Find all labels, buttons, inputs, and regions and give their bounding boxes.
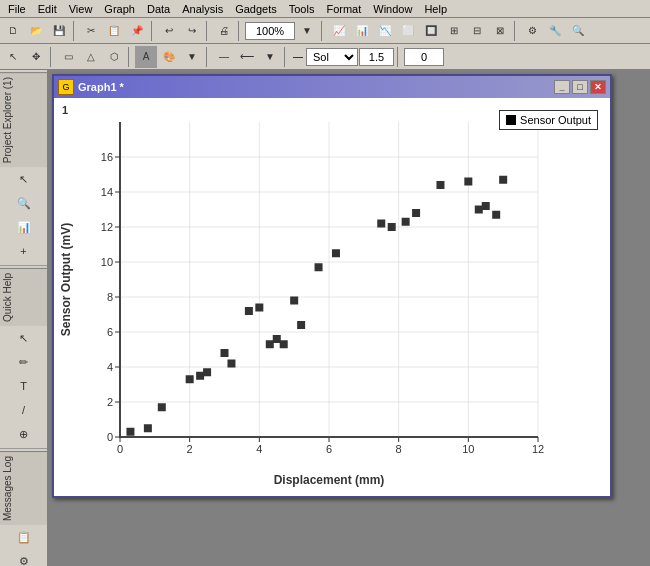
- new-button[interactable]: 🗋: [2, 20, 24, 42]
- print-button[interactable]: 🖨: [213, 20, 235, 42]
- sidebar-plus-icon[interactable]: +: [13, 240, 35, 262]
- sidebar-chart-icon[interactable]: 📊: [13, 216, 35, 238]
- left-sidebar: Project Explorer (1) ↖ 🔍 📊 + Quick Help …: [0, 70, 48, 566]
- sidebar-msg-icon-1[interactable]: 📋: [13, 526, 35, 548]
- sidebar-project-section: Project Explorer (1) ↖ 🔍 📊 +: [0, 70, 47, 266]
- window-buttons: _ □ ✕: [554, 80, 606, 94]
- content-area: G Graph1 * _ □ ✕ 1 Sensor Output: [48, 70, 650, 566]
- menu-file[interactable]: File: [2, 2, 32, 16]
- draw-btn-3[interactable]: ⬡: [103, 46, 125, 68]
- graph-btn-4[interactable]: ⬜: [397, 20, 419, 42]
- graph-btn-2[interactable]: 📊: [351, 20, 373, 42]
- copy-button[interactable]: 📋: [103, 20, 125, 42]
- sidebar-quickhelp-label: Quick Help: [0, 268, 47, 326]
- sep-t2-4: [284, 47, 288, 67]
- zoom-input[interactable]: [245, 22, 295, 40]
- line-width-input[interactable]: [359, 48, 394, 66]
- draw-btn-2[interactable]: △: [80, 46, 102, 68]
- color-btn-3[interactable]: ▼: [181, 46, 203, 68]
- separator-1: [73, 21, 77, 41]
- main-area: Project Explorer (1) ↖ 🔍 📊 + Quick Help …: [0, 70, 650, 566]
- graph-content: 1 Sensor Output: [54, 98, 610, 496]
- minimize-button[interactable]: _: [554, 80, 570, 94]
- sidebar-quickhelp-section: Quick Help ↖ ✏ T / ⊕: [0, 266, 47, 449]
- legend: Sensor Output: [499, 110, 598, 130]
- sep-t2-1: [50, 47, 54, 67]
- extra-btn-2[interactable]: 🔧: [544, 20, 566, 42]
- menu-analysis[interactable]: Analysis: [176, 2, 229, 16]
- menu-bar: File Edit View Graph Data Analysis Gadge…: [0, 0, 650, 18]
- sep-t2-3: [206, 47, 210, 67]
- separator-6: [514, 21, 518, 41]
- separator-3: [206, 21, 210, 41]
- graph-btn-6[interactable]: ⊞: [443, 20, 465, 42]
- sep-t2-2: [128, 47, 132, 67]
- save-button[interactable]: 💾: [48, 20, 70, 42]
- line-style-select[interactable]: Sol Dash Dot: [306, 48, 358, 66]
- extra-btn-3[interactable]: 🔍: [567, 20, 589, 42]
- line-btn-2[interactable]: ⟵: [236, 46, 258, 68]
- color-btn-2[interactable]: 🎨: [158, 46, 180, 68]
- legend-label: Sensor Output: [520, 114, 591, 126]
- separator-5: [321, 21, 325, 41]
- sidebar-pencil-icon[interactable]: ✏: [13, 351, 35, 373]
- paste-button[interactable]: 📌: [126, 20, 148, 42]
- graph-btn-7[interactable]: ⊟: [466, 20, 488, 42]
- sidebar-search-icon[interactable]: 🔍: [13, 192, 35, 214]
- graph-title: Graph1 *: [78, 81, 124, 93]
- sidebar-project-label: Project Explorer (1): [0, 72, 47, 167]
- draw-btn-1[interactable]: ▭: [57, 46, 79, 68]
- arrow-btn[interactable]: ↖: [2, 46, 24, 68]
- menu-graph[interactable]: Graph: [98, 2, 141, 16]
- value-field[interactable]: [404, 48, 444, 66]
- graph-btn-8[interactable]: ⊠: [489, 20, 511, 42]
- line-style-label: —: [291, 51, 305, 62]
- separator-4: [238, 21, 242, 41]
- menu-view[interactable]: View: [63, 2, 99, 16]
- panel-number: 1: [62, 104, 68, 116]
- color-btn-1[interactable]: A: [135, 46, 157, 68]
- menu-edit[interactable]: Edit: [32, 2, 63, 16]
- move-btn[interactable]: ✥: [25, 46, 47, 68]
- undo-button[interactable]: ↩: [158, 20, 180, 42]
- graph-btn-1[interactable]: 📈: [328, 20, 350, 42]
- open-button[interactable]: 📂: [25, 20, 47, 42]
- menu-help[interactable]: Help: [418, 2, 453, 16]
- separator-2: [151, 21, 155, 41]
- zoom-dropdown[interactable]: ▼: [296, 20, 318, 42]
- menu-tools[interactable]: Tools: [283, 2, 321, 16]
- maximize-button[interactable]: □: [572, 80, 588, 94]
- toolbar-2: ↖ ✥ ▭ △ ⬡ A 🎨 ▼ — ⟵ ▼ — Sol Dash Dot: [0, 44, 650, 70]
- line-btn-3[interactable]: ▼: [259, 46, 281, 68]
- sidebar-select-icon[interactable]: ↖: [13, 327, 35, 349]
- line-btn-1[interactable]: —: [213, 46, 235, 68]
- graph-titlebar: G Graph1 * _ □ ✕: [54, 76, 610, 98]
- menu-gadgets[interactable]: Gadgets: [229, 2, 283, 16]
- graph-window: G Graph1 * _ □ ✕ 1 Sensor Output: [52, 74, 612, 498]
- graph-icon: G: [58, 79, 74, 95]
- sep-t2-5: [397, 47, 401, 67]
- graph-btn-5[interactable]: 🔲: [420, 20, 442, 42]
- sidebar-pointer-icon[interactable]: ↖: [13, 168, 35, 190]
- legend-marker: [506, 115, 516, 125]
- cut-button[interactable]: ✂: [80, 20, 102, 42]
- graph-canvas[interactable]: [58, 102, 558, 492]
- sidebar-zoom-icon[interactable]: ⊕: [13, 423, 35, 445]
- menu-data[interactable]: Data: [141, 2, 176, 16]
- sidebar-text-icon[interactable]: T: [13, 375, 35, 397]
- sidebar-messages-label: Messages Log: [0, 451, 47, 525]
- graph-btn-3[interactable]: 📉: [374, 20, 396, 42]
- sidebar-messages-section: Messages Log 📋 ⚙ 🔧: [0, 449, 47, 566]
- extra-btn-1[interactable]: ⚙: [521, 20, 543, 42]
- toolbar-1: 🗋 📂 💾 ✂ 📋 📌 ↩ ↪ 🖨 ▼ 📈 📊 📉 ⬜ 🔲 ⊞ ⊟ ⊠ ⚙ 🔧 …: [0, 18, 650, 44]
- redo-button[interactable]: ↪: [181, 20, 203, 42]
- menu-window[interactable]: Window: [367, 2, 418, 16]
- close-button[interactable]: ✕: [590, 80, 606, 94]
- sidebar-msg-icon-2[interactable]: ⚙: [13, 550, 35, 566]
- menu-format[interactable]: Format: [320, 2, 367, 16]
- sidebar-line-icon[interactable]: /: [13, 399, 35, 421]
